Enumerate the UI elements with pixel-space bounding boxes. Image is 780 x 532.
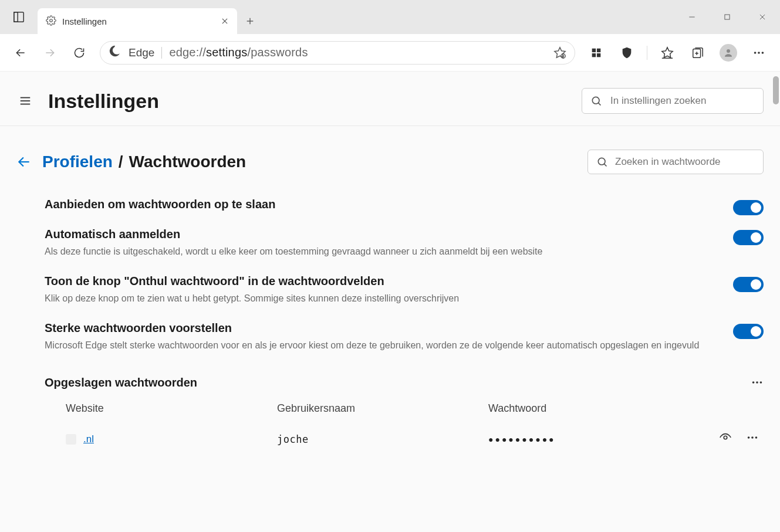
app-icon [0, 0, 38, 34]
table-header: Website Gebruikersnaam Wachtwoord [66, 402, 764, 425]
breadcrumb-row: Profielen / Wachtwoorden [16, 150, 764, 174]
favorite-icon[interactable] [553, 46, 566, 59]
row-username: joche [277, 433, 488, 445]
toggle-offer-save[interactable] [733, 200, 764, 215]
site-favicon [66, 434, 76, 445]
svg-point-38 [752, 381, 755, 384]
row-actions [719, 431, 764, 447]
option-title: Automatisch aanmelden [45, 228, 717, 241]
search-icon [590, 95, 602, 107]
svg-rect-20 [597, 53, 600, 56]
row-website: .nl [66, 433, 277, 445]
svg-line-37 [604, 164, 606, 166]
url-text: edge://settings/passwords [169, 46, 308, 59]
forward-button[interactable] [38, 40, 62, 65]
maximize-button[interactable] [710, 0, 745, 34]
svg-point-28 [758, 52, 760, 54]
passwords-table: Website Gebruikersnaam Wachtwoord .nl jo… [66, 402, 764, 453]
collections-icon[interactable] [685, 40, 711, 66]
svg-point-43 [751, 436, 754, 439]
breadcrumb: Profielen / Wachtwoorden [42, 153, 246, 171]
menu-button[interactable] [16, 92, 34, 110]
row-password: ●●●●●●●●●● [488, 435, 719, 444]
more-menu-button[interactable] [746, 40, 772, 66]
svg-rect-17 [592, 48, 596, 52]
svg-point-2 [50, 19, 53, 22]
shield-icon[interactable] [614, 40, 640, 66]
settings-search-input[interactable] [610, 95, 755, 107]
separator [161, 47, 162, 59]
option-desc: Als deze functie is uitgeschakeld, wordt… [45, 245, 717, 258]
option-title: Toon de knop "Onthul wachtwoord" in de w… [45, 275, 717, 288]
close-tab-button[interactable] [221, 17, 229, 25]
extension-icon-1[interactable] [583, 40, 609, 66]
address-bar[interactable]: Edge edge://settings/passwords [100, 41, 575, 65]
option-auto-signin: Automatisch aanmelden Als deze functie i… [45, 228, 764, 258]
svg-rect-19 [592, 53, 596, 56]
settings-header: Instellingen [0, 72, 780, 126]
option-desc: Microsoft Edge stelt sterke wachtwoorden… [45, 338, 717, 352]
toggle-suggest-strong[interactable] [733, 324, 764, 339]
gear-icon [46, 15, 56, 28]
back-button[interactable] [8, 40, 33, 65]
titlebar: Instellingen [0, 0, 780, 34]
search-icon [596, 156, 608, 168]
toggle-reveal-password[interactable] [733, 277, 764, 292]
svg-line-34 [598, 103, 600, 105]
site-link[interactable]: .nl [83, 433, 94, 445]
tab-title: Instellingen [62, 16, 107, 26]
svg-point-42 [748, 436, 750, 439]
svg-point-36 [598, 158, 605, 165]
window-controls [674, 0, 780, 34]
svg-rect-18 [597, 48, 600, 52]
reveal-password-button[interactable] [719, 431, 732, 447]
row-more-button[interactable] [746, 431, 759, 447]
breadcrumb-link[interactable]: Profielen [42, 153, 113, 171]
scrollbar-thumb[interactable] [773, 76, 779, 104]
table-row: .nl joche ●●●●●●●●●● [66, 425, 764, 453]
saved-passwords-header: Opgeslagen wachtwoorden [45, 376, 764, 389]
svg-rect-1 [14, 12, 18, 22]
section-title: Opgeslagen wachtwoorden [45, 376, 197, 389]
reload-button[interactable] [67, 40, 92, 65]
tab-settings[interactable]: Instellingen [38, 8, 237, 34]
saved-more-button[interactable] [751, 376, 764, 389]
tab-strip: Instellingen [38, 0, 263, 34]
svg-point-44 [755, 436, 758, 439]
browser-toolbar: Edge edge://settings/passwords [0, 34, 780, 72]
options-list: Aanbieden om wachtwoorden op te slaan Au… [45, 198, 764, 453]
option-suggest-strong: Sterke wachtwoorden voorstellen Microsof… [45, 321, 764, 352]
svg-marker-21 [662, 47, 673, 57]
breadcrumb-separator: / [119, 153, 123, 171]
password-search-input[interactable] [615, 156, 755, 168]
svg-point-29 [762, 52, 764, 54]
minimize-button[interactable] [674, 0, 710, 34]
profile-avatar[interactable] [715, 40, 741, 66]
settings-content: Profielen / Wachtwoorden Aanbieden om wa… [0, 126, 780, 477]
password-search[interactable] [587, 150, 764, 174]
settings-pane: Instellingen Profielen / Wachtwoorden Aa… [0, 72, 780, 532]
option-title: Aanbieden om wachtwoorden op te slaan [45, 198, 717, 211]
breadcrumb-current: Wachtwoorden [129, 153, 247, 171]
svg-rect-0 [14, 12, 24, 22]
close-window-button[interactable] [745, 0, 780, 34]
svg-point-39 [756, 381, 758, 384]
address-brand: Edge [129, 46, 154, 59]
settings-search[interactable] [582, 88, 764, 114]
svg-point-26 [727, 49, 730, 53]
svg-rect-8 [725, 15, 730, 19]
option-offer-save: Aanbieden om wachtwoorden op te slaan [45, 198, 764, 211]
favorites-icon[interactable] [654, 40, 680, 66]
svg-point-41 [724, 436, 727, 439]
breadcrumb-back-button[interactable] [16, 154, 32, 170]
option-title: Sterke wachtwoorden voorstellen [45, 321, 717, 335]
new-tab-button[interactable] [237, 8, 263, 34]
svg-point-27 [754, 52, 757, 54]
svg-point-40 [760, 381, 762, 384]
svg-point-33 [592, 97, 599, 104]
option-reveal-password: Toon de knop "Onthul wachtwoord" in de w… [45, 275, 764, 305]
option-desc: Klik op deze knop om te zien wat u hebt … [45, 292, 717, 305]
col-password: Wachtwoord [488, 402, 764, 415]
divider [647, 46, 647, 60]
toggle-auto-signin[interactable] [733, 230, 764, 245]
